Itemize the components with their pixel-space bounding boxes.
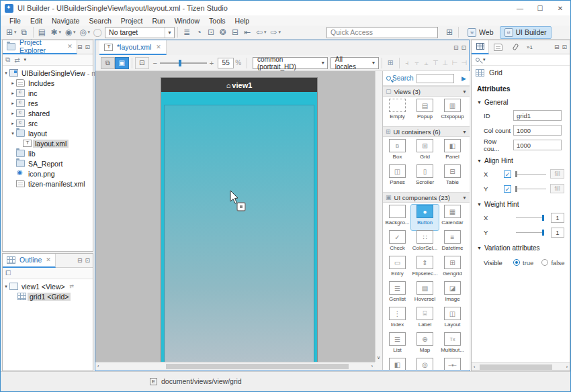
locale-combo-arrow-icon[interactable]: ▼ — [369, 60, 378, 65]
palette-item-check[interactable]: ✓Check — [384, 230, 411, 256]
id-input[interactable] — [513, 110, 562, 121]
palette-item-empty[interactable]: Empty — [384, 99, 411, 124]
palette-section-views[interactable]: ▢ Views (3) ▼ — [383, 86, 470, 97]
expander-icon[interactable]: ▸ — [9, 111, 16, 116]
outline-row-grid1[interactable]: grid1 <Grid> — [3, 291, 93, 301]
project-explorer-maximize-icon[interactable]: ⊡ — [85, 44, 90, 50]
back-dropdown-icon[interactable]: ▾ — [264, 30, 267, 35]
target-combo-arrow-icon[interactable]: ▼ — [165, 28, 174, 38]
editor-minimize-icon[interactable]: ⊟ — [453, 44, 459, 51]
palette-item-scroller[interactable]: ▯Scroller — [411, 164, 439, 190]
tree-row-project[interactable]: ▾UIBuilderSingleView - mobile-4.0 — [3, 68, 93, 78]
menu-tools[interactable]: Tools — [204, 17, 230, 25]
tree-row-shared[interactable]: ▸shared — [3, 108, 93, 118]
align-y-fill-button[interactable]: fill — [550, 184, 564, 193]
grid-settings-icon[interactable]: ⊞ — [388, 58, 394, 67]
palette-item-grid[interactable]: ⊞Grid — [411, 139, 439, 164]
target-combo[interactable]: No target ▼ — [105, 27, 175, 38]
palette-item-colorselector[interactable]: ∷ColorSel... — [411, 230, 439, 256]
weight-x-slider-thumb[interactable] — [542, 215, 544, 221]
view-menu-icon[interactable]: ▾ — [24, 57, 27, 62]
palette-item-hoversel[interactable]: ▤Hoversel — [411, 281, 439, 307]
expander-icon[interactable]: ▸ — [9, 101, 16, 106]
search-go-icon[interactable]: ▶ — [462, 75, 468, 82]
radio-true-icon[interactable] — [513, 259, 520, 266]
palette-item-ctxpopup[interactable]: ▥Ctxpopup — [439, 99, 466, 124]
align-right-icon[interactable]: ⫠ — [421, 59, 431, 67]
certificate-manager-icon[interactable]: ❂ — [217, 26, 229, 38]
pin-icon[interactable] — [476, 58, 480, 62]
palette-item-label[interactable]: ⌸Label — [411, 307, 439, 332]
palette-item-image[interactable]: ◪Image — [439, 281, 466, 307]
align-x-slider-thumb[interactable] — [515, 171, 517, 177]
outline-row-view1[interactable]: ▾view1 <View>⇄ — [3, 281, 93, 291]
align-y-slider[interactable] — [515, 189, 546, 189]
palette-section-components[interactable]: ▣ UI components (23) ▼ — [383, 192, 470, 203]
resolution-combo-arrow-icon[interactable]: ▼ — [319, 60, 327, 65]
zoom-slider-thumb[interactable] — [179, 60, 181, 66]
weight-y-input[interactable] — [551, 228, 564, 238]
minimize-button[interactable]: — — [510, 1, 530, 15]
palette-item-slider[interactable]: –●–Slider — [439, 358, 466, 370]
project-explorer-close-icon[interactable]: ✕ — [67, 43, 73, 50]
tree-row-inc[interactable]: ▸inc — [3, 88, 93, 98]
align-y-slider-thumb[interactable] — [515, 186, 517, 192]
palette-item-background[interactable]: Backgro... — [384, 205, 411, 230]
palette-item-genlist[interactable]: ☰Genlist — [384, 281, 411, 307]
scroll-right-icon[interactable]: › — [371, 364, 373, 369]
project-explorer-tab[interactable]: Project Explorer ✕ — [3, 40, 77, 54]
radio-false-icon[interactable] — [541, 259, 548, 266]
profile-dropdown-icon[interactable]: ▾ — [88, 30, 91, 35]
open-perspective-icon[interactable]: ⊞ — [443, 26, 455, 38]
distribute-icon[interactable]: ⊣ — [459, 59, 469, 66]
menu-edit[interactable]: Edit — [26, 17, 47, 25]
resolution-combo[interactable]: common (portrait_HD) ▼ — [253, 57, 328, 69]
palette-item-list[interactable]: ☰List — [384, 332, 411, 358]
palette-item-flipselector[interactable]: ⇕Flipselec... — [411, 256, 439, 281]
palette-item-radio[interactable]: ◎Radio — [411, 358, 439, 370]
fit-to-screen-button[interactable]: ⊡ — [135, 57, 149, 69]
align-y-checkbox[interactable]: ✓ — [504, 185, 511, 193]
perspective-ui-builder-button[interactable]: ui UI Builder — [500, 26, 552, 39]
scroll-right-icon[interactable]: › — [566, 364, 568, 369]
menu-run[interactable]: Run — [147, 17, 169, 25]
save-all-icon[interactable]: ⧉ — [18, 26, 30, 38]
forward-dropdown-icon[interactable]: ▾ — [279, 30, 281, 35]
collapse-all-icon[interactable]: ⧉ — [5, 56, 10, 64]
attributes-minimize-icon[interactable]: ⊟ — [554, 44, 560, 50]
design-mode-button[interactable]: ⧉ — [101, 57, 115, 69]
run-dropdown-icon[interactable]: ▾ — [73, 30, 76, 35]
tree-row-lib[interactable]: lib — [3, 148, 93, 158]
palette-item-multibuttonentry[interactable]: TxMultibut... — [439, 332, 466, 358]
outline-minimize-icon[interactable]: ⊟ — [77, 257, 83, 264]
outline-tab[interactable]: Outline ✕ — [3, 254, 56, 268]
palette-item-progressbar[interactable]: ◧Progress... — [384, 358, 411, 370]
scroll-left-icon[interactable]: ‹ — [97, 364, 99, 369]
tree-row-layout[interactable]: ▾layout — [3, 128, 93, 138]
expander-icon[interactable]: ▸ — [9, 121, 16, 126]
tab-resources[interactable] — [507, 40, 524, 54]
expander-icon[interactable]: ▾ — [3, 70, 9, 76]
scroll-down-icon[interactable]: ∨ — [377, 355, 380, 360]
scroll-left-icon[interactable]: ‹ — [474, 364, 475, 369]
zoom-slider[interactable] — [160, 62, 207, 64]
row-count-input[interactable] — [513, 140, 562, 150]
visible-false-option[interactable]: false — [541, 259, 564, 266]
scrollbar-thumb[interactable] — [166, 364, 349, 369]
section-weight-hint[interactable]: ▼Weight Hint — [472, 196, 570, 210]
palette-item-gengrid[interactable]: ⊞Gengrid — [439, 256, 466, 281]
launch-config-icon[interactable]: ≣ — [181, 26, 193, 38]
align-x-slider[interactable] — [515, 174, 546, 175]
editor-tab-layout-xml[interactable]: *layout.xml ✕ — [99, 40, 167, 55]
menu-navigate[interactable]: Navigate — [47, 17, 84, 25]
canvas-vertical-scrollbar[interactable]: ∨ — [375, 71, 382, 362]
attributes-horizontal-scrollbar[interactable]: ‹ › — [472, 362, 570, 371]
tree-row-sa-report[interactable]: SA_Report — [3, 158, 93, 168]
zoom-in-icon[interactable]: + — [210, 59, 214, 67]
align-center-icon[interactable]: ⫟ — [412, 59, 421, 67]
tree-row-includes[interactable]: ▸Includes — [3, 78, 93, 88]
collapse-icon[interactable]: ▼ — [462, 130, 467, 134]
col-count-input[interactable] — [513, 125, 562, 136]
weight-x-slider[interactable] — [516, 217, 544, 218]
menu-help[interactable]: Help — [230, 17, 255, 25]
